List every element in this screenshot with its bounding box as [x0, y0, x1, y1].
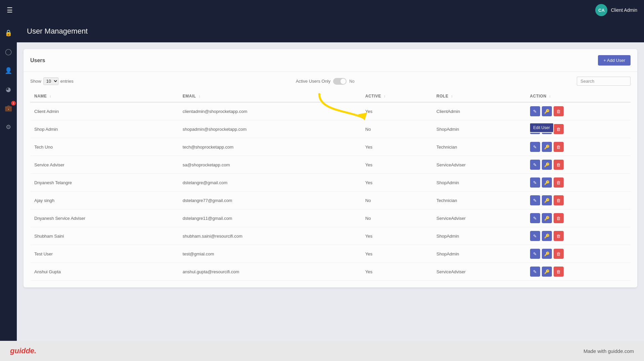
- col-email: EMAIL ↕: [178, 90, 361, 102]
- action-buttons: ✎ 🔑 🗑: [530, 213, 627, 223]
- delete-button[interactable]: 🗑: [554, 177, 564, 188]
- col-active: ACTIVE ↕: [361, 90, 433, 102]
- cell-role: ShopAdmin: [433, 174, 526, 192]
- toggle-knob: [340, 79, 346, 84]
- cell-name: Client Admin: [30, 102, 178, 120]
- key-button[interactable]: 🔑: [542, 160, 552, 170]
- toggle-label: No: [349, 79, 354, 84]
- edit-button[interactable]: ✎: [530, 160, 540, 170]
- sidebar: 🔒 ◯ 👤 ◕ 💼 1 ⚙: [0, 20, 17, 341]
- cell-name: Ajay singh: [30, 192, 178, 209]
- cell-active: Yes: [361, 156, 433, 174]
- edit-button[interactable]: ✎: [530, 106, 540, 116]
- active-users-label: Active Users Only: [296, 79, 330, 84]
- add-user-button[interactable]: + Add User: [598, 55, 631, 66]
- edit-button[interactable]: ✎: [530, 231, 540, 241]
- action-buttons: ✎ 🔑 🗑: [530, 177, 627, 188]
- sort-active-icon: ↕: [384, 94, 386, 98]
- cell-email: dstelangre11@gmail.com: [178, 209, 361, 227]
- delete-button[interactable]: 🗑: [554, 195, 564, 205]
- delete-button[interactable]: 🗑: [554, 160, 564, 170]
- delete-button[interactable]: 🗑: [554, 267, 564, 277]
- cell-role: ShopAdmin: [433, 227, 526, 245]
- active-toggle[interactable]: [333, 78, 347, 85]
- cell-action: ✎ 🔑 🗑: [526, 227, 631, 245]
- cell-role: ServiceAdviser: [433, 156, 526, 174]
- active-filter: Active Users Only No: [296, 78, 355, 85]
- table-row: Anshui Gupta anshul.gupta@resourcifi.com…: [30, 263, 631, 281]
- edit-user-tooltip: Edit User: [529, 123, 554, 133]
- cell-active: Yes: [361, 245, 433, 263]
- cell-action: ✎ 🔑 🗑: [526, 174, 631, 192]
- edit-button[interactable]: ✎: [530, 267, 540, 277]
- cell-action: Edit User ✎ 🔑 🗑: [526, 120, 631, 138]
- sidebar-item-orders[interactable]: 💼 1: [2, 102, 14, 114]
- cell-name: Tech Uno: [30, 138, 178, 156]
- cell-role: ShopAdmin: [433, 245, 526, 263]
- search-box: [577, 77, 631, 86]
- delete-button[interactable]: 🗑: [554, 124, 564, 134]
- action-buttons: ✎ 🔑 🗑: [530, 249, 627, 259]
- sort-action-icon: ↕: [549, 94, 551, 98]
- key-button[interactable]: 🔑: [542, 231, 552, 241]
- delete-button[interactable]: 🗑: [554, 106, 564, 116]
- table-row: Ajay singh dstelangre77@gmail.com No Tec…: [30, 192, 631, 209]
- key-button[interactable]: 🔑: [542, 267, 552, 277]
- footer: guidde. Made with guidde.com: [0, 341, 644, 361]
- key-button[interactable]: 🔑: [542, 106, 552, 116]
- table-row: Test User test@gmial.com Yes ShopAdmin ✎…: [30, 245, 631, 263]
- card-title: Users: [30, 57, 45, 64]
- cell-active: Yes: [361, 174, 433, 192]
- cell-name: Service Adviser: [30, 156, 178, 174]
- delete-button[interactable]: 🗑: [554, 142, 564, 152]
- action-buttons: Edit User ✎ 🔑 🗑: [530, 124, 627, 134]
- cell-active: Yes: [361, 138, 433, 156]
- cell-active: Yes: [361, 102, 433, 120]
- edit-button[interactable]: ✎: [530, 213, 540, 223]
- table-row: Shubham Saini shubham.saini@resourcifi.c…: [30, 227, 631, 245]
- cell-name: Shubham Saini: [30, 227, 178, 245]
- sidebar-item-chart[interactable]: ◕: [2, 83, 14, 95]
- page-title: User Management: [27, 27, 634, 36]
- table-row: Tech Uno tech@shoprocketapp.com Yes Tech…: [30, 138, 631, 156]
- cell-action: ✎ 🔑 🗑: [526, 192, 631, 209]
- edit-button[interactable]: ✎: [530, 249, 540, 259]
- edit-button[interactable]: ✎: [530, 142, 540, 152]
- delete-button[interactable]: 🗑: [554, 213, 564, 223]
- sidebar-item-users[interactable]: 👤: [2, 65, 14, 77]
- table-head: NAME ↕ EMAIL ↕ ACTIVE ↕ ROLE ↕ ACTION ↕: [30, 90, 631, 102]
- sidebar-item-settings[interactable]: ⚙: [2, 121, 14, 133]
- table-wrapper: NAME ↕ EMAIL ↕ ACTIVE ↕ ROLE ↕ ACTION ↕ …: [24, 90, 637, 287]
- content-area: User Management Users + Add User Show 10…: [17, 20, 644, 341]
- username-label: Client Admin: [611, 7, 637, 13]
- key-button[interactable]: 🔑: [542, 177, 552, 188]
- search-input[interactable]: [577, 77, 631, 86]
- user-info: CA Client Admin: [595, 4, 637, 16]
- cell-email: test@gmial.com: [178, 245, 361, 263]
- entries-select[interactable]: 10 25 50: [43, 77, 58, 85]
- cell-email: shubham.saini@resourcifi.com: [178, 227, 361, 245]
- cell-active: No: [361, 120, 433, 138]
- cell-action: ✎ 🔑 🗑: [526, 102, 631, 120]
- delete-button[interactable]: 🗑: [554, 231, 564, 241]
- col-name: NAME ↕: [30, 90, 178, 102]
- sort-name-icon: ↕: [49, 94, 51, 98]
- table-row: Dnyanesh Telangre dstelangre@gmail.com Y…: [30, 174, 631, 192]
- page-header: User Management: [17, 20, 644, 42]
- entries-label: entries: [61, 79, 74, 84]
- key-button[interactable]: 🔑: [542, 249, 552, 259]
- sidebar-item-dashboard[interactable]: ◯: [2, 46, 14, 58]
- sidebar-item-lock[interactable]: 🔒: [2, 27, 14, 39]
- hamburger-icon[interactable]: ☰: [7, 6, 13, 14]
- cell-email: anshul.gupta@resourcifi.com: [178, 263, 361, 281]
- cell-email: clientadmin@shoprocketapp.com: [178, 102, 361, 120]
- delete-button[interactable]: 🗑: [554, 249, 564, 259]
- footer-text: Made with guidde.com: [583, 348, 634, 354]
- key-button[interactable]: 🔑: [542, 142, 552, 152]
- key-button[interactable]: 🔑: [542, 195, 552, 205]
- edit-button[interactable]: ✎: [530, 177, 540, 188]
- col-action: ACTION ↕: [526, 90, 631, 102]
- key-button[interactable]: 🔑: [542, 213, 552, 223]
- edit-button[interactable]: ✎: [530, 195, 540, 205]
- cell-email: dstelangre@gmail.com: [178, 174, 361, 192]
